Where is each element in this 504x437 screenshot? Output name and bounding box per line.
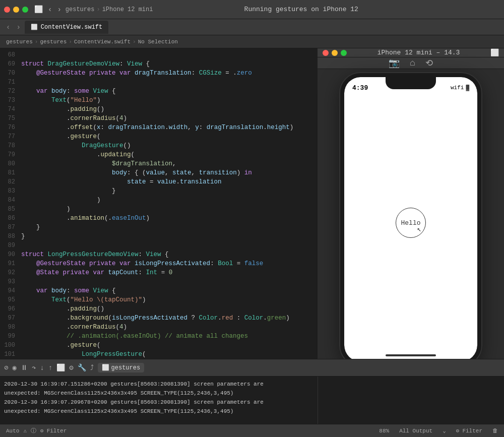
iphone-notch <box>386 77 436 89</box>
back-icon[interactable]: ‹ <box>48 6 52 14</box>
output-panel: 2020-12-30 16:39:07.151286+0200 gestures… <box>0 377 504 424</box>
breadcrumb-item-gestures[interactable]: gestures <box>66 6 95 13</box>
bottom-status-bar: Auto ⚠ ⓘ ⊜ Filter 88% All Output ⌄ ⊜ Fil… <box>0 424 504 437</box>
code-editor[interactable]: 68 69 struct DragGestureDemoView: View {… <box>0 48 318 359</box>
sim-title-text: iPhone 12 mini – 14.3 <box>347 49 490 56</box>
tab-contentview[interactable]: ⬜ ContentView.swift <box>25 21 108 34</box>
output-line-4: unexpected: MGScreenClass1125x2436x3x495… <box>4 407 313 416</box>
swift-file-icon: ⬜ <box>31 24 38 30</box>
step-over-icon[interactable]: ↷ <box>32 363 36 372</box>
code-line: 76 .offset(x: dragTranslation.width, y: … <box>0 123 318 132</box>
code-line: 85 ) <box>0 205 318 214</box>
code-line: 89 <box>0 241 318 250</box>
frame-icon[interactable]: ⬜ <box>56 363 65 372</box>
pause-icon[interactable]: ⏸ <box>21 364 28 372</box>
screenshot-icon[interactable]: 📷 <box>389 57 400 69</box>
bottom-toolbar: ⊘ ◉ ⏸ ↷ ↓ ↑ ⬜ ⚙ 🔧 ⤴ ⬜ gestures <box>0 359 504 377</box>
iphone-time: 4:39 <box>352 84 368 92</box>
code-line: 78 DragGesture() <box>0 141 318 150</box>
code-line: 74 .padding() <box>0 105 318 114</box>
code-line: 87 } <box>0 223 318 232</box>
window-controls <box>4 7 28 13</box>
simulator-panel: iPhone 12 mini – 14.3 ⬜ 📷 ⌂ ⟲ Resume 4:3… <box>318 48 504 359</box>
code-line: 90 struct LongPressGestureDemoView: View… <box>0 250 318 259</box>
status-left: Auto ⚠ ⓘ ⊜ Filter <box>6 427 67 434</box>
code-line: 94 var body: some View { <box>0 286 318 295</box>
sub-breadcrumb: gestures › gestures › ContentView.swift … <box>0 35 504 48</box>
sub-crumb-contentview[interactable]: ContentView.swift <box>74 39 131 45</box>
zoom-badge: 88% <box>379 428 389 434</box>
sim-toolbar: 📷 ⌂ ⟲ <box>318 57 504 69</box>
chevron-down-icon[interactable]: ⌄ <box>443 427 446 434</box>
output-line-2: unexpected: MGScreenClass1125x2436x3x495… <box>4 389 313 398</box>
code-line: 70 @GestureState private var dragTransla… <box>0 69 318 78</box>
simulate-icon[interactable]: ⚙ <box>69 363 73 372</box>
code-line: 93 <box>0 277 318 286</box>
filter-right-icon: ⊜ <box>456 427 460 434</box>
breadcrumb-sep: › <box>96 6 100 13</box>
filter-right-label[interactable]: Filter <box>462 428 482 434</box>
filter-left-label[interactable]: Filter <box>47 428 67 434</box>
sim-close-button[interactable] <box>323 50 329 56</box>
sub-crumb-gestures2[interactable]: gestures <box>40 39 67 45</box>
code-line: 80 $dragTranslation, <box>0 159 318 168</box>
code-line: 92 @State private var tapCount: Int = 0 <box>0 268 318 277</box>
info-icon: ⓘ <box>31 427 36 434</box>
close-button[interactable] <box>4 7 10 13</box>
code-line: 86 .animation(.easeInOut) <box>0 214 318 223</box>
maximize-button[interactable] <box>22 7 28 13</box>
output-right <box>318 377 504 424</box>
output-line-1: 2020-12-30 16:39:07.151286+0200 gestures… <box>4 380 313 389</box>
scheme-name: gestures <box>111 364 141 371</box>
scheme-icon: ⬜ <box>102 364 109 371</box>
code-line: 91 @GestureState private var isLongPress… <box>0 259 318 268</box>
code-line: 72 var body: some View { <box>0 87 318 96</box>
cursor-icon: ↖ <box>417 225 421 233</box>
step-out-icon[interactable]: ↑ <box>48 364 52 372</box>
toolbar-icons: ⬜ ‹ › <box>34 5 61 14</box>
share-icon[interactable]: ⤴ <box>90 364 94 372</box>
code-line: 84 ) <box>0 196 318 205</box>
nav-forward-btn[interactable]: › <box>14 22 22 32</box>
output-left: 2020-12-30 16:39:07.151286+0200 gestures… <box>0 377 318 424</box>
battery-icon: ▓ <box>466 85 469 91</box>
rotate-icon[interactable]: ⟲ <box>425 57 433 69</box>
code-line: 96 .padding() <box>0 304 318 314</box>
code-line: 73 Text("Hello") <box>0 96 318 105</box>
sim-maximize-button[interactable] <box>341 50 347 56</box>
sidebar-toggle-icon[interactable]: ⬜ <box>34 5 43 14</box>
error-icon[interactable]: ⊘ <box>4 363 8 372</box>
step-into-icon[interactable]: ↓ <box>40 364 44 372</box>
sim-expand-icon[interactable]: ⬜ <box>490 48 499 57</box>
code-line: 75 .cornerRadius(4) <box>0 114 318 123</box>
code-line: 95 Text("Hello \(tapCount)") <box>0 295 318 304</box>
sim-minimize-button[interactable] <box>332 50 338 56</box>
nav-back-btn[interactable]: ‹ <box>4 22 12 32</box>
home-icon[interactable]: ⌂ <box>410 58 415 68</box>
forward-icon[interactable]: › <box>57 6 61 14</box>
sub-crumb-gestures1[interactable]: gestures <box>6 39 33 45</box>
code-line: 79 .updating( <box>0 150 318 159</box>
filter-left-area: ⊜ Filter <box>40 427 67 434</box>
debug-icon[interactable]: 🔧 <box>78 363 86 372</box>
trash-icon[interactable]: 🗑 <box>492 427 498 434</box>
minimize-button[interactable] <box>13 7 19 13</box>
home-bar <box>344 351 477 359</box>
warning-icon: ⚠ <box>23 427 27 434</box>
main-area: 68 69 struct DragGestureDemoView: View {… <box>0 48 504 359</box>
window-title: Running gestures on iPhone 12 <box>102 6 500 13</box>
code-line: 97 .background(isLongPressActivated ? Co… <box>0 314 318 323</box>
scheme-badge[interactable]: ⬜ gestures <box>98 363 145 372</box>
code-line: 99 // .animation(.easeInOut) // animate … <box>0 332 318 341</box>
code-line: 69 struct DragGestureDemoView: View { <box>0 59 318 69</box>
sim-window-controls <box>323 50 347 56</box>
all-output-label[interactable]: All Output <box>399 428 432 434</box>
code-line: 77 .gesture( <box>0 132 318 141</box>
breakpoint-icon[interactable]: ◉ <box>12 363 16 372</box>
code-line: 81 body: { (value, state, transition) in <box>0 168 318 177</box>
code-line: 98 .cornerRadius(4) <box>0 323 318 332</box>
code-content: 68 69 struct DragGestureDemoView: View {… <box>0 48 318 359</box>
bottom-area: ⊘ ◉ ⏸ ↷ ↓ ↑ ⬜ ⚙ 🔧 ⤴ ⬜ gestures 2020-12-3… <box>0 359 504 437</box>
code-line: 100 .gesture( <box>0 341 318 350</box>
status-right: 88% All Output ⌄ ⊜ Filter 🗑 <box>379 427 498 434</box>
